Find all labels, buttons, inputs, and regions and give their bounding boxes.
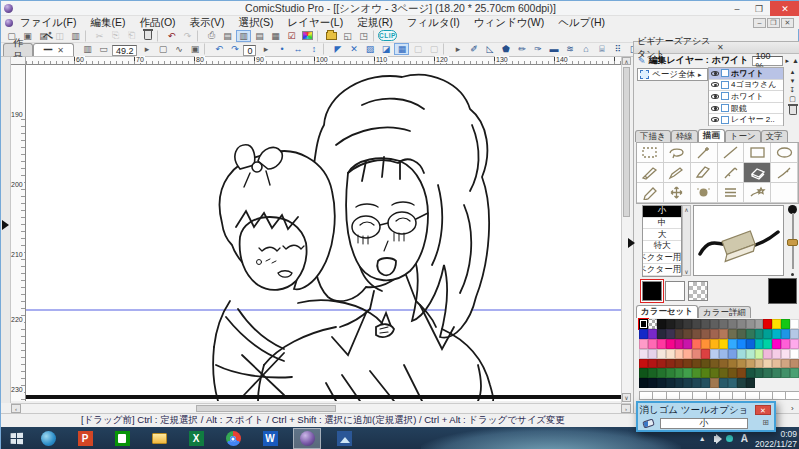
palette-swatch[interactable] — [666, 368, 675, 378]
toolbar-icon[interactable]: ◳ — [356, 30, 371, 42]
page-toolbar-icon[interactable]: ≋ — [562, 43, 577, 55]
network-status-icon[interactable] — [726, 435, 733, 442]
palette-swatch[interactable] — [666, 329, 675, 339]
layer-visibility-eye-icon[interactable] — [711, 82, 719, 87]
tool-tone-icon[interactable] — [718, 183, 745, 203]
palette-swatch[interactable] — [746, 339, 755, 349]
palette-swatch[interactable] — [710, 339, 719, 349]
tool-line-icon[interactable] — [718, 143, 745, 163]
layer-row[interactable]: ホワイト — [709, 91, 783, 103]
scroll-right-icon[interactable]: › — [621, 404, 631, 413]
close-button[interactable]: ✕ — [770, 1, 799, 16]
palette-swatch[interactable] — [746, 359, 755, 369]
palette-swatch[interactable] — [701, 378, 710, 388]
tool-g-pen-icon[interactable] — [718, 163, 745, 183]
palette-swatch[interactable] — [772, 359, 781, 369]
palette-swatch[interactable] — [763, 368, 772, 378]
layer-visibility-eye-icon[interactable] — [711, 117, 719, 122]
palette-swatch[interactable] — [746, 368, 755, 378]
palette-swatch[interactable] — [657, 368, 666, 378]
palette-swatch[interactable] — [692, 349, 701, 359]
page-toolbar-icon[interactable]: ⠿ — [610, 43, 625, 55]
taskbar-app-button[interactable] — [145, 428, 173, 449]
ime-indicator[interactable]: A — [741, 433, 748, 444]
palette-swatch[interactable] — [639, 339, 648, 349]
child-restore-button[interactable]: ❐ — [767, 18, 780, 28]
palette-swatch[interactable] — [755, 368, 764, 378]
palette-swatch[interactable] — [781, 339, 790, 349]
palette-swatch[interactable] — [710, 319, 719, 329]
palette-swatch[interactable] — [790, 319, 799, 329]
palette-swatch[interactable] — [755, 319, 764, 329]
palette-swatch[interactable] — [657, 329, 666, 339]
rotation-input[interactable]: 0 — [243, 45, 256, 56]
palette-swatch[interactable] — [719, 319, 728, 329]
menu-item[interactable]: 編集(E) — [83, 16, 132, 30]
page-toolbar-icon[interactable]: ▢ — [426, 43, 441, 55]
palette-swatch[interactable] — [728, 359, 737, 369]
palette-swatch[interactable] — [648, 319, 657, 329]
layer-row[interactable]: レイヤー 2.. — [709, 114, 783, 126]
palette-swatch[interactable] — [648, 329, 657, 339]
toolbar-icon[interactable]: CLIP — [380, 30, 395, 42]
brush-size-item[interactable]: ベクター用.. — [643, 253, 681, 265]
taskbar-app-button[interactable]: X — [182, 428, 210, 449]
eraser-tool-options-window[interactable]: 消しゴム ツールオプション ✕ 小 ⊞ — [636, 401, 776, 432]
palette-swatch[interactable] — [781, 359, 790, 369]
palette-swatch[interactable] — [781, 368, 790, 378]
layer-row[interactable]: 4ゴヨウさん — [709, 80, 783, 92]
delete-layer-icon[interactable] — [789, 106, 797, 115]
palette-swatch[interactable] — [790, 339, 799, 349]
zoom-input[interactable]: 49.2 — [112, 45, 138, 56]
palette-swatch[interactable] — [639, 359, 648, 369]
palette-swatch[interactable] — [675, 339, 684, 349]
scroll-up-icon[interactable]: ∧ — [622, 57, 631, 65]
palette-swatch[interactable] — [639, 349, 648, 359]
palette-next-icon[interactable]: › — [791, 404, 794, 413]
palette-swatch[interactable] — [719, 329, 728, 339]
palette-swatch[interactable] — [755, 329, 764, 339]
vertical-scroll-thumb[interactable] — [623, 67, 630, 217]
layer-row[interactable]: ホワイト — [709, 68, 783, 80]
layer-move-down-icon[interactable]: ▾ — [791, 77, 795, 85]
options-expand-icon[interactable]: ⊞ — [762, 418, 769, 427]
layer-move-bottom-icon[interactable]: ↧ — [790, 86, 796, 94]
layer-thumbnail[interactable] — [721, 104, 729, 112]
scroll-down-icon[interactable]: ∨ — [684, 268, 688, 275]
menu-item[interactable]: フィルタ(I) — [400, 16, 467, 30]
layer-name[interactable]: ホワイト — [731, 91, 764, 102]
palette-swatch[interactable] — [675, 349, 684, 359]
palette-swatch[interactable] — [790, 359, 799, 369]
layer-name[interactable]: レイヤー 2.. — [731, 114, 775, 125]
palette-swatch[interactable] — [666, 378, 675, 388]
toolbar-icon[interactable] — [85, 30, 90, 42]
taskbar-app-button[interactable]: P — [71, 428, 99, 449]
palette-swatch[interactable] — [639, 378, 648, 388]
tool-airbrush-icon[interactable] — [691, 183, 718, 203]
palette-swatch[interactable] — [666, 359, 675, 369]
toolbar-icon[interactable]: ▤ — [252, 30, 267, 42]
tool-pen-icon[interactable] — [637, 163, 664, 183]
page-scope-button[interactable]: ページ全体 ▸ — [637, 68, 708, 81]
palette-swatch[interactable] — [746, 378, 755, 388]
layer-visibility-eye-icon[interactable] — [711, 71, 719, 76]
toolbar-icon[interactable]: ▥ — [68, 30, 83, 42]
brush-size-item[interactable]: 特大 — [643, 241, 681, 253]
palette-swatch[interactable] — [763, 339, 772, 349]
palette-swatch[interactable] — [701, 339, 710, 349]
scroll-left-icon[interactable]: ‹ — [11, 404, 21, 413]
tool-brush-icon[interactable] — [771, 163, 798, 183]
brush-size-item[interactable]: 小 — [643, 206, 681, 218]
tool-eraser-icon[interactable] — [744, 163, 771, 183]
menu-item[interactable]: ヘルプ(H) — [551, 16, 612, 30]
page-toolbar-icon[interactable]: ◤ — [330, 43, 345, 55]
palette-swatch[interactable] — [683, 339, 692, 349]
palette-swatch[interactable] — [719, 368, 728, 378]
palette-empty-row[interactable] — [639, 391, 799, 400]
eraser-size-select[interactable]: 小 — [660, 418, 748, 429]
tool-eyedropper-icon[interactable] — [637, 183, 664, 203]
palette-swatch[interactable] — [719, 359, 728, 369]
palette-swatch[interactable] — [737, 359, 746, 369]
layer-row[interactable]: 眼鏡 — [709, 103, 783, 115]
palette-swatch[interactable] — [683, 378, 692, 388]
